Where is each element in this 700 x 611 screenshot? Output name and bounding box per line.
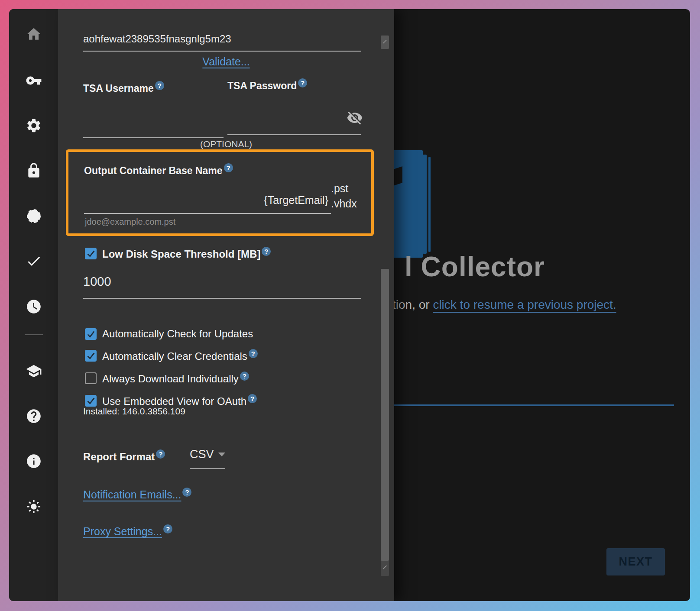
checkbox-row: Automatically Clear Credentials? [85,349,258,362]
sidebar-item-help[interactable] [25,407,43,425]
tsa-username-label: TSA Username? [83,81,164,94]
help-icon[interactable]: ? [156,449,165,459]
auto-clear-credentials-checkbox[interactable] [85,350,97,362]
sidebar-item-credentials[interactable] [25,71,43,90]
help-icon[interactable]: ? [262,247,271,256]
app-logo-bar [417,152,421,255]
output-container-token: {TargetEmail} [229,194,328,207]
help-icon[interactable]: ? [248,394,257,403]
graduation-cap-icon [26,363,42,379]
help-circle-icon [26,408,42,424]
resize-grip-mark [383,565,387,569]
help-icon[interactable]: ? [240,372,249,381]
input-underline [227,134,361,135]
tsa-username-input[interactable] [83,120,224,137]
always-download-individually-checkbox[interactable] [85,372,97,384]
tsa-password-input[interactable] [227,117,361,134]
output-ext-pst: .pst [331,182,348,195]
app-logo-bar [423,155,427,254]
scrollbar-corner-grip[interactable] [381,561,389,576]
help-icon[interactable]: ? [224,163,233,172]
low-disk-checkbox[interactable] [85,248,97,259]
home-icon [26,26,42,42]
input-underline [83,137,224,138]
validate-link-row: Validate... [58,55,394,68]
output-container-label: Output Container Base Name? [84,163,233,177]
help-icon[interactable]: ? [249,349,258,358]
checkbox-label: Automatically Check for Updates [102,328,253,340]
input-underline [84,213,331,214]
optional-label: (OPTIONAL) [58,139,394,149]
settings-panel: aohfewat2389535fnasgnlg5m23 Validate... … [58,9,394,601]
low-disk-row: Low Disk Space Threshold [MB]? [85,247,271,260]
resume-prefix: tion, or [392,298,433,311]
brightness-icon [26,498,42,515]
scrollbar-thumb[interactable] [381,269,389,561]
output-container-input[interactable] [84,193,225,213]
checkbox-label: Automatically Clear Credentials? [102,349,258,362]
help-icon[interactable]: ? [182,488,191,497]
low-disk-input[interactable]: 1000 [83,275,111,289]
checkbox-label: Always Download Individually? [102,372,249,385]
key-icon [26,72,42,89]
auto-check-updates-checkbox[interactable] [85,328,97,340]
sidebar-item-security[interactable] [25,162,43,180]
options-checkbox-group: Automatically Check for Updates Automati… [85,328,258,407]
help-icon[interactable]: ? [298,78,307,87]
checkbox-row: Use Embedded View for OAuth? [85,394,258,407]
sidebar-item-history[interactable] [25,297,43,316]
use-embedded-oauth-checkbox[interactable] [85,395,97,407]
sidebar-item-theme[interactable] [25,498,43,516]
gear-icon [26,117,42,134]
checkbox-label: Use Embedded View for OAuth? [102,394,257,407]
resume-project-link[interactable]: click to resume a previous project. [433,298,616,311]
input-underline [83,51,361,52]
input-underline [83,298,361,299]
download-icon [26,208,42,224]
sidebar-item-completed[interactable] [25,252,43,270]
tsa-password-label: TSA Password? [227,78,307,92]
next-button[interactable]: NEXT [606,548,665,575]
proxy-settings-row: Proxy Settings...? [83,524,172,538]
chevron-down-icon [218,453,225,456]
checkbox-row: Always Download Individually? [85,372,258,385]
sidebar-item-home[interactable] [25,25,43,43]
screenshot-frame: l Collector tion, or click to resume a p… [0,0,700,611]
main-input-underline [390,404,674,406]
sidebar-item-about[interactable] [25,452,43,470]
sidebar-item-settings[interactable] [25,116,43,135]
help-icon[interactable]: ? [155,81,164,90]
report-format-select[interactable]: CSV [190,448,225,461]
sidebar [9,9,58,601]
resize-grip-mark [383,39,387,43]
clock-icon [26,298,42,315]
output-container-highlight: Output Container Base Name? {TargetEmail… [66,149,374,236]
app-logo-bar [428,157,431,252]
notification-emails-link[interactable]: Notification Emails... [83,488,181,501]
proxy-settings-link[interactable]: Proxy Settings... [83,525,162,537]
notification-emails-row: Notification Emails...? [83,488,191,501]
output-ext-vhdx: .vhdx [331,197,357,210]
report-format-label: Report Format? [83,449,165,463]
info-icon [26,453,42,469]
report-format-value: CSV [190,448,214,461]
check-icon [26,253,42,269]
resume-sentence: tion, or click to resume a previous proj… [392,298,616,312]
lock-icon [26,162,42,179]
scrollbar-thumb-small[interactable] [381,36,389,49]
input-underline [190,468,225,469]
app-window: l Collector tion, or click to resume a p… [9,9,690,601]
sidebar-item-training[interactable] [25,362,43,380]
sidebar-item-downloads[interactable] [25,207,43,225]
token-input[interactable]: aohfewat2389535fnasgnlg5m23 [83,33,361,45]
validate-link[interactable]: Validate... [202,55,250,68]
help-icon[interactable]: ? [163,524,172,533]
sidebar-divider [25,334,43,335]
low-disk-label: Low Disk Space Threshold [MB]? [102,247,271,260]
output-container-hint: jdoe@example.com.pst [85,217,175,227]
installed-version: Installed: 146.0.3856.109 [83,406,185,417]
checkbox-row: Automatically Check for Updates [85,328,258,340]
page-title: l Collector [405,251,545,283]
